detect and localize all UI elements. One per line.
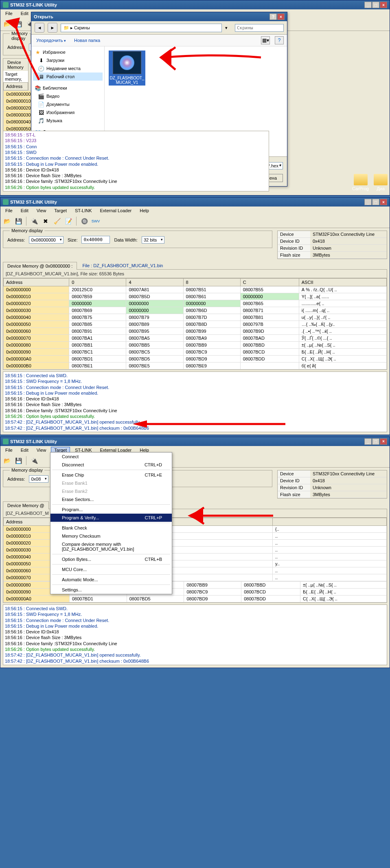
ctx-disconnect[interactable]: DisconnectCTRL+D — [50, 461, 172, 469]
sb-music[interactable]: 🎵Музыка — [33, 116, 103, 125]
menu-stlink[interactable]: ST-LINK — [72, 207, 95, 214]
search-input[interactable] — [235, 24, 284, 32]
program-icon[interactable]: 📝 — [63, 216, 74, 226]
folder-icon: 📁 — [64, 25, 69, 31]
memory-table: Address — [3, 82, 28, 90]
close-button[interactable]: × — [380, 199, 387, 205]
sb-downloads[interactable]: ⬇Загрузки — [33, 56, 103, 64]
tab-device-memory[interactable]: Device Memory @ — [3, 501, 49, 509]
desk-dia[interactable]: Диа — [374, 174, 388, 191]
menu-file[interactable]: File — [2, 447, 16, 453]
sb-desktop[interactable]: 🖥Рабочий стол — [33, 73, 103, 81]
close-button[interactable]: × — [380, 438, 387, 445]
titlebar: STM32 ST-LINK Utility _ □ × — [0, 437, 390, 446]
app-title: STM32 ST-LINK Utility — [10, 439, 57, 444]
sb-video[interactable]: 🎬Видео — [33, 92, 103, 100]
swv-icon[interactable]: SWV — [90, 216, 101, 226]
dialog-help-button[interactable]: ? — [269, 13, 277, 20]
ctx-option-bytes[interactable]: Option Bytes...CTRL+B — [50, 555, 172, 563]
menu-file[interactable]: File — [2, 10, 16, 17]
address-label: Address: — [7, 477, 25, 481]
target-menu: Connect DisconnectCTRL+D Erase ChipCTRL+… — [50, 452, 172, 594]
menu-view[interactable]: View — [33, 207, 50, 214]
minimize-button[interactable]: _ — [364, 438, 372, 445]
desk-carprog[interactable]: CarProg — [352, 174, 369, 191]
log-panel: 18:56:15 : ST-L18:56:15 : V2J318:56:15 :… — [3, 131, 269, 191]
ctx-mcu-core[interactable]: MCU Core... — [50, 565, 172, 574]
ctx-compare[interactable]: Compare device memory with [DZ_FLASHBOOT… — [50, 540, 172, 553]
help-icon[interactable]: ? — [275, 36, 284, 44]
maximize-button[interactable]: □ — [372, 199, 379, 205]
datawidth-label: Data Width: — [114, 237, 137, 242]
save-icon[interactable]: 💾 — [13, 19, 24, 29]
menu-edit[interactable]: Edit — [18, 447, 32, 453]
sb-images[interactable]: 🖼Изображения — [33, 108, 103, 116]
open-icon[interactable]: 📂 — [2, 216, 12, 226]
dialog-close-button[interactable]: × — [277, 13, 285, 20]
star-icon: ★ — [35, 49, 41, 55]
size-label: Size: — [68, 237, 77, 242]
memory-display-fieldset: Memory display Address: 0x08000000 Size:… — [3, 231, 272, 248]
open-icon[interactable]: 📂 — [2, 19, 12, 29]
organize-button[interactable]: Упорядочить — [35, 37, 68, 44]
ctx-erase-b2: Erase Bank2 — [50, 487, 172, 495]
menu-file[interactable]: File — [2, 207, 16, 214]
desktop-icons: CarProg Диа — [352, 174, 388, 191]
address-combo[interactable]: 0x08 — [29, 475, 48, 483]
menu-edit[interactable]: Edit — [18, 10, 32, 17]
ctx-erase-sectors[interactable]: Erase Sectors... — [50, 495, 172, 503]
titlebar: STM32 ST-LINK Utility _ □ × — [0, 198, 390, 207]
datawidth-combo[interactable]: 32 bits — [142, 236, 164, 244]
menu-extloader[interactable]: External Loader — [97, 207, 135, 214]
open-icon[interactable]: 📂 — [2, 455, 12, 466]
ctx-auto-mode[interactable]: Automatic Mode... — [50, 576, 172, 584]
sb-documents[interactable]: 📄Документы — [33, 100, 103, 108]
view-button[interactable]: ▦▾ — [261, 36, 270, 44]
ctx-mem-checksum[interactable]: Memory Checksum — [50, 532, 172, 540]
close-button[interactable]: × — [380, 2, 387, 8]
erase-icon[interactable]: 🧹 — [52, 216, 62, 226]
titlebar: STM32 ST-LINK Utility _ □ × — [0, 0, 390, 9]
sb-favorites[interactable]: Избранное — [43, 50, 66, 55]
menu-help[interactable]: Help — [136, 207, 152, 214]
sb-recent[interactable]: 🕘Недавние места — [33, 64, 103, 73]
app-icon — [3, 439, 9, 444]
save-icon[interactable]: 💾 — [13, 216, 24, 226]
log-panel: 18:56:15 : Connected via SWD.18:56:15 : … — [3, 604, 387, 665]
menu-target[interactable]: Target — [51, 207, 70, 214]
device-info: DeviceSTM32F10xx Connectivity Line Devic… — [277, 231, 387, 259]
ctx-program[interactable]: Program... — [50, 505, 172, 514]
tab-file-info: File : DZ_FLASHBOOT_MUCAR_V1.bin — [82, 263, 163, 268]
breadcrumb[interactable]: 📁 ▸ Скрины — [61, 24, 222, 32]
sb-libraries[interactable]: Библиотеки — [43, 86, 67, 90]
size-input[interactable] — [81, 236, 110, 244]
menu-edit[interactable]: Edit — [18, 207, 32, 214]
forward-button[interactable]: ► — [48, 23, 57, 33]
file-tile[interactable]: DZ_FLASHBOOT_MUCAR_V1 — [109, 51, 145, 86]
maximize-button[interactable]: □ — [372, 2, 379, 8]
ctx-erase-chip[interactable]: Erase ChipCTRL+E — [50, 471, 172, 479]
menu-view[interactable]: View — [33, 447, 50, 453]
maximize-button[interactable]: □ — [372, 438, 379, 445]
col-address: Address — [4, 83, 28, 90]
tab-device-memory[interactable]: Device Memory — [3, 58, 28, 71]
address-combo[interactable]: 0x08000000 — [29, 236, 64, 244]
chip-icon[interactable]: 🔘 — [79, 216, 90, 226]
connect-icon[interactable]: 🔌 — [29, 455, 39, 466]
app-icon — [3, 199, 9, 205]
minimize-button[interactable]: _ — [364, 2, 372, 8]
back-button[interactable]: ◄ — [35, 23, 44, 33]
newfolder-button[interactable]: Новая папка — [72, 37, 102, 44]
tab-device-memory[interactable]: Device Memory @ 0x08000000 : — [3, 262, 77, 270]
minimize-button[interactable]: _ — [364, 199, 372, 205]
ctx-connect[interactable]: Connect — [50, 453, 172, 461]
save-icon[interactable]: 💾 — [13, 455, 24, 466]
ctx-program-verify[interactable]: Program & Verify...CTRL+P — [50, 514, 172, 522]
target-memory-label: Target memory, — [3, 71, 28, 82]
connect-icon[interactable]: 🔌 — [29, 216, 39, 226]
file-tile-label: DZ_FLASHBOOT_MUCAR_V1 — [110, 76, 145, 85]
app-title: STM32 ST-LINK Utility — [10, 2, 57, 7]
ctx-settings[interactable]: Settings... — [50, 586, 172, 594]
disconnect-icon[interactable]: ✖ — [40, 216, 51, 226]
ctx-blank-check[interactable]: Blank Check — [50, 524, 172, 532]
